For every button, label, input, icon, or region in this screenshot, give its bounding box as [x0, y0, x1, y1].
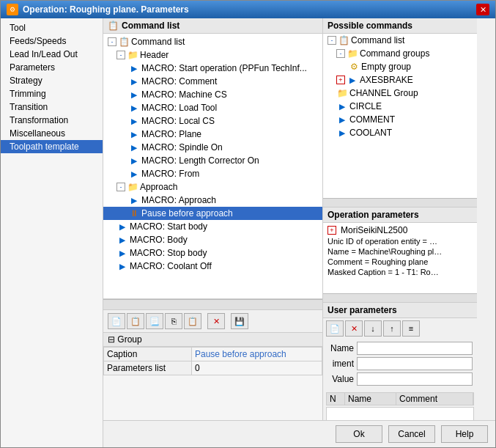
tree-item-header[interactable]: - 📁 Header: [103, 48, 322, 62]
sidebar-item-parameters[interactable]: Parameters: [1, 61, 103, 74]
macro-icon11: ▶: [116, 221, 128, 232]
sidebar-item-trimming[interactable]: Trimming: [1, 87, 103, 100]
col-name: Name: [345, 393, 396, 405]
user-params-list: [326, 407, 474, 420]
caption-value[interactable]: Pause before approach: [192, 348, 322, 361]
name-label: Name: [327, 343, 354, 353]
tree-item-macro-body[interactable]: ▶ MACRO: Body: [103, 233, 322, 246]
sidebar-item-feeds[interactable]: Feeds/Speeds: [1, 34, 103, 48]
value-label: Value: [327, 374, 354, 384]
tree-item-macro-from[interactable]: ▶ MACRO: From: [103, 167, 322, 180]
save-button[interactable]: 💾: [231, 313, 248, 329]
comment-label: iment: [327, 359, 354, 369]
col-n: N: [327, 393, 345, 405]
ok-button[interactable]: Ok: [336, 425, 382, 443]
tree-item-macro-spindle[interactable]: ▶ MACRO: Spindle On: [103, 141, 322, 154]
add-button3[interactable]: 📃: [146, 313, 163, 329]
sidebar-item-toolpath[interactable]: Toolpath template: [1, 140, 103, 153]
pc-item-axesbrake[interactable]: + ▶ AXESBRAKE: [323, 73, 477, 87]
pc-item-circle[interactable]: ▶ CIRCLE: [323, 100, 477, 113]
op-params-title[interactable]: + MoriSeikiNL2500: [325, 224, 475, 236]
new-doc-button[interactable]: 📄: [108, 313, 125, 329]
command-panel-header: 📋 Command list: [103, 18, 322, 34]
up-up-button[interactable]: ↑: [383, 320, 401, 337]
expand-approach[interactable]: -: [116, 183, 125, 191]
value-input[interactable]: [357, 372, 473, 386]
tree-item-macro-start[interactable]: ▶ MACRO: Start operation (PPFun TechInf.…: [103, 62, 322, 75]
operation-params-panel: Operation parameters + MoriSeikiNL2500 U…: [323, 208, 477, 303]
copy-button[interactable]: ⎘: [165, 313, 182, 329]
name-input[interactable]: [357, 342, 473, 355]
macro-icon4: ▶: [128, 102, 140, 114]
sidebar-item-transformation[interactable]: Transformation: [1, 114, 103, 127]
pc-macro-icon4: ▶: [336, 127, 348, 139]
pc-item-emptygroup[interactable]: ⚙ Empty group: [323, 60, 477, 73]
tree-item-macro-coolantoff[interactable]: ▶ MACRO: Coolant Off: [103, 260, 322, 273]
comment-input[interactable]: [357, 357, 473, 370]
tree-item-macro-plane[interactable]: ▶ MACRO: Plane: [103, 128, 322, 141]
possible-header: Possible commands: [323, 18, 477, 34]
sidebar-item-tool[interactable]: Tool: [1, 21, 103, 34]
expand-pc-cmdgroups[interactable]: -: [336, 49, 345, 58]
pc-list-icon: 📋: [338, 34, 349, 46]
h-scrollbar[interactable]: [103, 299, 322, 309]
pc-label-emptygroup: Empty group: [361, 62, 411, 72]
pc-label-axesbrake: AXESBRAKE: [360, 75, 413, 85]
delete-button[interactable]: ✕: [207, 313, 225, 329]
pc-label-cmdlist: Command list: [351, 35, 404, 45]
tree-item-cmdlist[interactable]: - 📋 Command list: [103, 35, 322, 48]
value-field-row: Value: [327, 372, 473, 386]
macro-icon13: ▶: [116, 247, 128, 259]
pc-item-cmdgroups[interactable]: - 📁 Command groups: [323, 47, 477, 60]
up-down-button[interactable]: ↓: [364, 320, 382, 337]
expand-pc-axesbrake[interactable]: +: [336, 76, 345, 84]
add-button2[interactable]: 📋: [127, 313, 144, 329]
params-value[interactable]: 0: [192, 361, 322, 375]
folder-icon2: 📁: [127, 181, 138, 193]
sidebar-item-transition[interactable]: Transition: [1, 100, 103, 114]
pc-item-comment[interactable]: ▶ COMMENT: [323, 113, 477, 126]
pc-label-cmdgroups: Command groups: [360, 48, 429, 59]
sidebar-item-leadinout[interactable]: Lead In/Lead Out: [1, 48, 103, 61]
expand-pc-cmdlist[interactable]: -: [327, 36, 336, 45]
expand-header[interactable]: -: [116, 51, 125, 59]
tree-item-macro-comment[interactable]: ▶ MACRO: Comment: [103, 75, 322, 88]
sidebar-item-misc[interactable]: Miscellaneous: [1, 127, 103, 140]
paste-button[interactable]: 📋: [184, 313, 201, 329]
up-edit-button[interactable]: ≡: [402, 320, 420, 337]
op-row-3: Comment = Roughing plane: [325, 257, 475, 267]
up-delete-button[interactable]: ✕: [345, 320, 363, 337]
right-panel: Possible commands - 📋 Command list -: [323, 18, 477, 420]
close-button[interactable]: ✕: [476, 4, 489, 15]
group-expand-icon: ⊟: [108, 334, 115, 345]
tree-item-pause[interactable]: ⏸ Pause before approach: [103, 207, 322, 220]
tree-label-macro-load: MACRO: Load Tool: [141, 103, 217, 113]
up-add-button[interactable]: 📄: [326, 320, 344, 337]
tree-label-cmdlist: Command list: [131, 37, 185, 47]
tree-label-macro-body: MACRO: Body: [130, 235, 188, 245]
op-scrollbar[interactable]: [323, 293, 477, 302]
tree-item-macro-length[interactable]: ▶ MACRO: Length Corrector On: [103, 154, 322, 167]
op-row-1: Unic ID of operation entity = …: [325, 236, 475, 246]
pc-scrollbar[interactable]: [323, 198, 477, 207]
command-tree[interactable]: - 📋 Command list - 📁 Header: [103, 34, 322, 299]
pc-item-cmdlist[interactable]: - 📋 Command list: [323, 34, 477, 47]
expand-op-params[interactable]: +: [327, 226, 336, 235]
tree-item-approach[interactable]: - 📁 Approach: [103, 180, 322, 194]
tree-item-macro-lcs[interactable]: ▶ MACRO: Local CS: [103, 114, 322, 128]
tree-label-pause: Pause before approach: [141, 208, 233, 219]
tree-item-macro-approach[interactable]: ▶ MACRO: Approach: [103, 194, 322, 207]
pc-item-channelgroup[interactable]: 📁 CHANNEL Group: [323, 87, 477, 100]
tree-item-macro-load[interactable]: ▶ MACRO: Load Tool: [103, 101, 322, 114]
tree-item-macro-stopbody[interactable]: ▶ MACRO: Stop body: [103, 246, 322, 260]
cancel-button[interactable]: Cancel: [388, 425, 435, 443]
possible-tree[interactable]: - 📋 Command list - 📁 Command groups: [323, 34, 477, 198]
op-row-4: Masked Caption = 1 - T1: Ro…: [325, 267, 475, 277]
tree-item-macro-startbody[interactable]: ▶ MACRO: Start body: [103, 220, 322, 233]
tree-item-macro-mcs[interactable]: ▶ MACRO: Machine CS: [103, 88, 322, 101]
expand-cmdlist[interactable]: -: [108, 37, 116, 46]
macro-icon7: ▶: [128, 142, 140, 153]
sidebar-item-strategy[interactable]: Strategy: [1, 74, 103, 87]
help-button[interactable]: Help: [441, 425, 488, 443]
pc-item-coolant[interactable]: ▶ COOLANT: [323, 126, 477, 139]
